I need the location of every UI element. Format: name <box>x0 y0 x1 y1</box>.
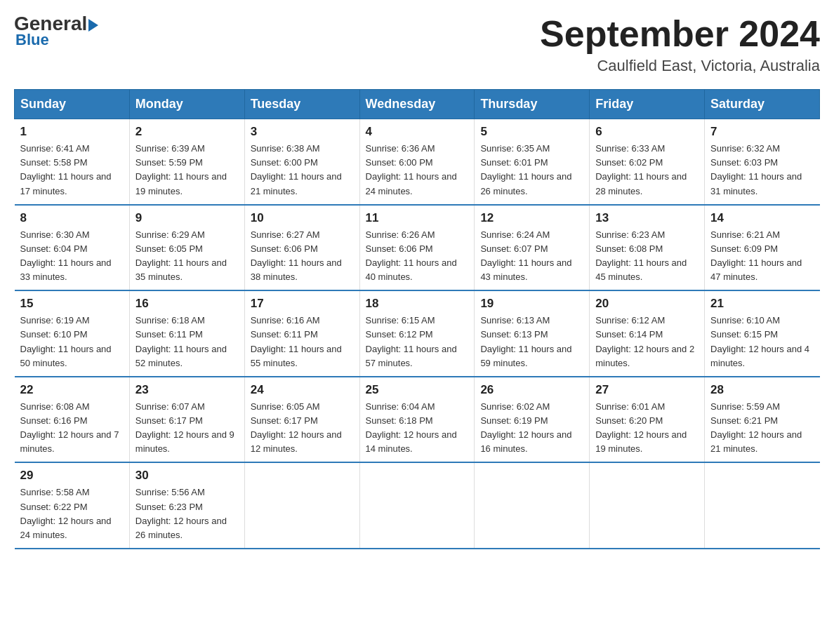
location: Caulfield East, Victoria, Australia <box>540 57 820 75</box>
header-wednesday: Wednesday <box>359 90 475 119</box>
day-info: Sunrise: 5:58 AMSunset: 6:22 PMDaylight:… <box>20 485 124 542</box>
calendar-cell: 24Sunrise: 6:05 AMSunset: 6:17 PMDayligh… <box>244 377 359 463</box>
day-number: 25 <box>366 383 469 397</box>
week-row-1: 1Sunrise: 6:41 AMSunset: 5:58 PMDaylight… <box>15 119 820 205</box>
header-monday: Monday <box>129 90 244 119</box>
calendar-cell: 30Sunrise: 5:56 AMSunset: 6:23 PMDayligh… <box>129 462 244 549</box>
day-number: 30 <box>135 469 239 483</box>
day-number: 6 <box>595 125 699 139</box>
week-row-2: 8Sunrise: 6:30 AMSunset: 6:04 PMDaylight… <box>15 205 820 291</box>
calendar-cell: 27Sunrise: 6:01 AMSunset: 6:20 PMDayligh… <box>590 377 705 463</box>
day-info: Sunrise: 6:16 AMSunset: 6:11 PMDaylight:… <box>251 314 354 370</box>
day-number: 8 <box>20 211 124 225</box>
day-info: Sunrise: 6:07 AMSunset: 6:17 PMDaylight:… <box>135 400 239 457</box>
day-info: Sunrise: 6:12 AMSunset: 6:14 PMDaylight:… <box>595 314 699 370</box>
day-info: Sunrise: 6:23 AMSunset: 6:08 PMDaylight:… <box>595 228 699 285</box>
calendar-cell: 28Sunrise: 5:59 AMSunset: 6:21 PMDayligh… <box>705 377 820 463</box>
day-number: 24 <box>251 383 354 397</box>
day-info: Sunrise: 6:27 AMSunset: 6:06 PMDaylight:… <box>251 228 354 285</box>
day-info: Sunrise: 6:02 AMSunset: 6:19 PMDaylight:… <box>480 400 583 457</box>
day-number: 4 <box>366 125 469 139</box>
day-number: 1 <box>20 125 124 139</box>
calendar-body: 1Sunrise: 6:41 AMSunset: 5:58 PMDaylight… <box>15 119 820 549</box>
day-number: 27 <box>595 383 699 397</box>
calendar-cell: 29Sunrise: 5:58 AMSunset: 6:22 PMDayligh… <box>15 462 130 549</box>
calendar-cell: 9Sunrise: 6:29 AMSunset: 6:05 PMDaylight… <box>129 205 244 291</box>
day-info: Sunrise: 6:13 AMSunset: 6:13 PMDaylight:… <box>480 314 583 370</box>
calendar-cell: 7Sunrise: 6:32 AMSunset: 6:03 PMDaylight… <box>705 119 820 205</box>
day-info: Sunrise: 6:26 AMSunset: 6:06 PMDaylight:… <box>366 228 469 285</box>
week-row-4: 22Sunrise: 6:08 AMSunset: 6:16 PMDayligh… <box>15 377 820 463</box>
calendar-cell: 19Sunrise: 6:13 AMSunset: 6:13 PMDayligh… <box>475 290 590 377</box>
day-info: Sunrise: 6:35 AMSunset: 6:01 PMDaylight:… <box>480 142 583 199</box>
calendar-cell <box>475 462 590 549</box>
day-number: 5 <box>480 125 583 139</box>
day-info: Sunrise: 6:01 AMSunset: 6:20 PMDaylight:… <box>595 400 699 457</box>
day-number: 22 <box>20 383 124 397</box>
day-info: Sunrise: 6:36 AMSunset: 6:00 PMDaylight:… <box>366 142 469 199</box>
calendar-cell <box>244 462 359 549</box>
calendar-cell: 20Sunrise: 6:12 AMSunset: 6:14 PMDayligh… <box>590 290 705 377</box>
calendar-cell: 3Sunrise: 6:38 AMSunset: 6:00 PMDaylight… <box>244 119 359 205</box>
calendar-cell: 18Sunrise: 6:15 AMSunset: 6:12 PMDayligh… <box>359 290 475 377</box>
calendar-cell: 1Sunrise: 6:41 AMSunset: 5:58 PMDaylight… <box>15 119 130 205</box>
week-row-3: 15Sunrise: 6:19 AMSunset: 6:10 PMDayligh… <box>15 290 820 377</box>
calendar-cell: 11Sunrise: 6:26 AMSunset: 6:06 PMDayligh… <box>359 205 475 291</box>
day-info: Sunrise: 6:04 AMSunset: 6:18 PMDaylight:… <box>366 400 469 457</box>
calendar-cell: 25Sunrise: 6:04 AMSunset: 6:18 PMDayligh… <box>359 377 475 463</box>
day-number: 9 <box>135 211 239 225</box>
header-friday: Friday <box>590 90 705 119</box>
calendar-cell <box>705 462 820 549</box>
day-info: Sunrise: 6:08 AMSunset: 6:16 PMDaylight:… <box>20 400 124 457</box>
calendar-title: September 2024 <box>540 14 820 54</box>
day-info: Sunrise: 6:21 AMSunset: 6:09 PMDaylight:… <box>710 228 814 285</box>
day-number: 3 <box>251 125 354 139</box>
day-number: 7 <box>710 125 814 139</box>
day-number: 23 <box>135 383 239 397</box>
day-number: 20 <box>595 297 699 311</box>
day-number: 10 <box>251 211 354 225</box>
calendar-cell: 16Sunrise: 6:18 AMSunset: 6:11 PMDayligh… <box>129 290 244 377</box>
header-saturday: Saturday <box>705 90 820 119</box>
title-area: September 2024 Caulfield East, Victoria,… <box>540 14 820 75</box>
day-number: 29 <box>20 469 124 483</box>
day-number: 21 <box>710 297 814 311</box>
calendar-cell: 6Sunrise: 6:33 AMSunset: 6:02 PMDaylight… <box>590 119 705 205</box>
day-info: Sunrise: 6:32 AMSunset: 6:03 PMDaylight:… <box>710 142 814 199</box>
calendar-cell: 15Sunrise: 6:19 AMSunset: 6:10 PMDayligh… <box>15 290 130 377</box>
calendar-header: Sunday Monday Tuesday Wednesday Thursday… <box>15 90 820 119</box>
day-number: 19 <box>480 297 583 311</box>
calendar-cell: 22Sunrise: 6:08 AMSunset: 6:16 PMDayligh… <box>15 377 130 463</box>
day-info: Sunrise: 6:38 AMSunset: 6:00 PMDaylight:… <box>251 142 354 199</box>
calendar-cell: 23Sunrise: 6:07 AMSunset: 6:17 PMDayligh… <box>129 377 244 463</box>
logo: General Blue <box>14 14 98 49</box>
calendar-cell: 2Sunrise: 6:39 AMSunset: 5:59 PMDaylight… <box>129 119 244 205</box>
day-info: Sunrise: 6:39 AMSunset: 5:59 PMDaylight:… <box>135 142 239 199</box>
calendar-cell: 13Sunrise: 6:23 AMSunset: 6:08 PMDayligh… <box>590 205 705 291</box>
day-number: 17 <box>251 297 354 311</box>
day-number: 18 <box>366 297 469 311</box>
day-info: Sunrise: 6:41 AMSunset: 5:58 PMDaylight:… <box>20 142 124 199</box>
header-thursday: Thursday <box>475 90 590 119</box>
day-info: Sunrise: 6:10 AMSunset: 6:15 PMDaylight:… <box>710 314 814 370</box>
day-info: Sunrise: 6:30 AMSunset: 6:04 PMDaylight:… <box>20 228 124 285</box>
day-number: 26 <box>480 383 583 397</box>
calendar-cell: 10Sunrise: 6:27 AMSunset: 6:06 PMDayligh… <box>244 205 359 291</box>
day-number: 11 <box>366 211 469 225</box>
day-info: Sunrise: 6:24 AMSunset: 6:07 PMDaylight:… <box>480 228 583 285</box>
calendar-cell: 12Sunrise: 6:24 AMSunset: 6:07 PMDayligh… <box>475 205 590 291</box>
calendar-cell: 5Sunrise: 6:35 AMSunset: 6:01 PMDaylight… <box>475 119 590 205</box>
calendar-cell: 14Sunrise: 6:21 AMSunset: 6:09 PMDayligh… <box>705 205 820 291</box>
calendar-cell: 4Sunrise: 6:36 AMSunset: 6:00 PMDaylight… <box>359 119 475 205</box>
calendar-cell: 17Sunrise: 6:16 AMSunset: 6:11 PMDayligh… <box>244 290 359 377</box>
day-number: 13 <box>595 211 699 225</box>
calendar-cell: 8Sunrise: 6:30 AMSunset: 6:04 PMDaylight… <box>15 205 130 291</box>
day-number: 28 <box>710 383 814 397</box>
header-row: Sunday Monday Tuesday Wednesday Thursday… <box>15 90 820 119</box>
day-info: Sunrise: 6:15 AMSunset: 6:12 PMDaylight:… <box>366 314 469 370</box>
day-info: Sunrise: 6:05 AMSunset: 6:17 PMDaylight:… <box>251 400 354 457</box>
logo-line2: Blue <box>14 31 49 49</box>
calendar-cell: 26Sunrise: 6:02 AMSunset: 6:19 PMDayligh… <box>475 377 590 463</box>
day-number: 2 <box>135 125 239 139</box>
day-number: 12 <box>480 211 583 225</box>
